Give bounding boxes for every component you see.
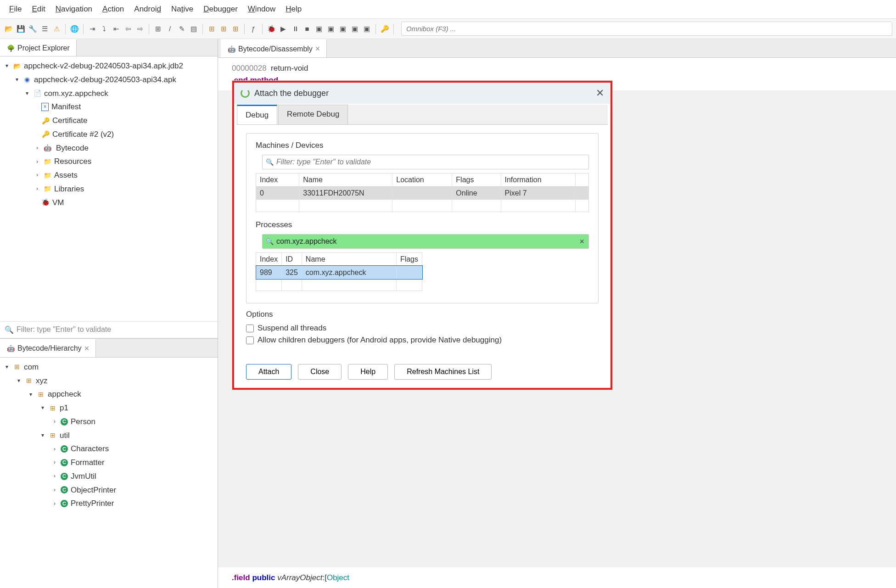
tree-row[interactable]: ▾⊞p1 [2,401,216,415]
tree-row[interactable]: ›CObjectPrinter [2,483,216,497]
tab-remote-debug[interactable]: Remote Debug [278,105,348,124]
close-icon[interactable]: × [315,44,320,54]
step5-icon[interactable]: ▣ [362,24,372,34]
expander-icon[interactable]: ▾ [16,376,22,386]
col-index[interactable]: Index [256,252,282,266]
pause-icon[interactable]: ⏸ [290,24,300,34]
col-location[interactable]: Location [392,174,452,187]
tree-row[interactable]: ▾⊞xyz [2,374,216,388]
globe-icon[interactable]: 🌐 [69,24,79,34]
expander-icon[interactable]: ▾ [39,403,46,413]
tree-row-cert[interactable]: 🔑 Certificate [2,114,216,128]
grid-icon[interactable]: ⊞ [153,24,163,34]
tree-row-vm[interactable]: 🐞 VM [2,196,216,210]
help-button[interactable]: Help [348,364,388,380]
nav-back-icon[interactable]: ⇦ [123,24,133,34]
menu-edit[interactable]: Edit [27,3,50,16]
pkg1-icon[interactable]: ⊞ [207,24,217,34]
close-icon[interactable]: × [84,344,90,353]
save-icon[interactable]: 💾 [16,24,26,34]
expander-icon[interactable]: ▾ [39,431,46,440]
key-icon[interactable]: 🔑 [380,24,390,34]
tree-row-manifest[interactable]: X Manifest [2,100,216,114]
open-icon[interactable]: 📂 [4,24,14,34]
step3-icon[interactable]: ▣ [338,24,348,34]
machines-filter-input[interactable] [262,155,589,169]
tree-row-resources[interactable]: › 📁 Resources [2,155,216,168]
arrow-down-icon[interactable]: ⤵ [99,24,109,34]
menu-native[interactable]: Native [167,3,198,16]
nav-fwd-icon[interactable]: ⇨ [135,24,145,34]
history-icon[interactable]: ☰ [39,24,50,34]
expander-icon[interactable]: › [51,417,58,426]
checkbox-suspend[interactable] [246,325,254,332]
option-suspend-threads[interactable]: Suspend all threads [246,324,599,333]
menu-android[interactable]: Android [129,3,166,16]
play-icon[interactable]: ▶ [278,24,288,34]
tree-row-bytecode[interactable]: › 🤖 Bytecode [2,141,216,155]
expander-icon[interactable]: ▾ [4,362,10,372]
tree-row-assets[interactable]: › 📁 Assets [2,168,216,182]
col-index[interactable]: Index [256,174,299,187]
func-icon[interactable]: ƒ [248,24,258,34]
step4-icon[interactable]: ▣ [350,24,360,34]
menu-action[interactable]: Action [98,3,129,16]
tree-row[interactable]: ›CCharacters [2,442,216,456]
expander-icon[interactable]: ▾ [14,75,20,84]
expander-icon[interactable]: › [51,485,58,495]
expander-icon[interactable]: › [51,471,58,481]
expander-icon[interactable]: › [51,458,58,467]
tab-debug[interactable]: Debug [237,105,277,124]
tree-row-libraries[interactable]: › 📁 Libraries [2,182,216,196]
tree-row-pkg[interactable]: ▾ 📄 com.xyz.appcheck [2,87,216,101]
bug-icon[interactable]: 🐞 [266,24,276,34]
pkg3-icon[interactable]: ⊞ [230,24,241,34]
tree-row[interactable]: ›CJvmUtil [2,470,216,483]
expander-icon[interactable]: › [51,444,58,454]
expander-icon[interactable]: ▾ [4,61,10,71]
expander-icon[interactable]: › [34,184,40,194]
tree-row[interactable]: ›CPerson [2,415,216,429]
menu-navigation[interactable]: Navigation [51,3,97,16]
table-row[interactable]: 0 33011FDH20075N Online Pixel 7 [256,187,589,200]
col-flags[interactable]: Flags [396,252,422,266]
tree-row-cert2[interactable]: 🔑 Certificate #2 (v2) [2,128,216,141]
col-name[interactable]: Name [299,174,392,187]
close-icon[interactable]: ✕ [596,87,604,99]
tab-hierarchy[interactable]: 🤖 Bytecode/Hierarchy × [0,339,96,357]
expander-icon[interactable]: ▾ [28,390,34,399]
note-icon[interactable]: ▤ [189,24,199,34]
tree-row-root[interactable]: ▾ 📂 appcheck-v2-debug-20240503-api34.apk… [2,59,216,73]
expander-icon[interactable]: ▾ [24,89,30,98]
tree-row[interactable]: ▾⊞util [2,429,216,442]
wrench-icon[interactable]: 🔧 [28,24,38,34]
close-button[interactable]: Close [298,364,342,380]
attach-button[interactable]: Attach [246,364,291,380]
expander-icon[interactable]: › [34,157,40,167]
menu-debugger[interactable]: Debugger [199,3,242,16]
slash-icon[interactable]: / [165,24,175,34]
col-info[interactable]: Information [501,174,576,187]
expander-icon[interactable]: › [34,170,40,180]
stop-icon[interactable]: ■ [302,24,312,34]
clear-icon[interactable]: × [579,236,584,246]
table-row[interactable]: 989 325 com.xyz.appcheck [256,266,422,279]
step1-icon[interactable]: ▣ [314,24,324,34]
tree-row[interactable]: ▾⊞com [2,360,216,374]
tree-row-apk[interactable]: ▾ ◉ appcheck-v2-debug-20240503-api34.apk [2,73,216,87]
refresh-machines-button[interactable]: Refresh Machines List [394,364,492,380]
pkg2-icon[interactable]: ⊞ [218,24,229,34]
col-flags[interactable]: Flags [452,174,501,187]
arrow-right-icon[interactable]: ⇥ [87,24,97,34]
processes-filter-input[interactable] [262,234,589,249]
checkbox-children[interactable] [246,336,254,344]
menu-file[interactable]: File [5,3,26,16]
tab-project-explorer[interactable]: 🌳 Project Explorer [0,39,77,56]
menu-help[interactable]: Help [281,3,306,16]
tree-row[interactable]: ›CFormatter [2,456,216,470]
col-id[interactable]: ID [282,252,302,266]
col-name[interactable]: Name [302,252,396,266]
expander-icon[interactable]: › [34,143,40,153]
warn-icon[interactable]: ⚠ [51,24,62,34]
pencil-icon[interactable]: ✎ [177,24,187,34]
